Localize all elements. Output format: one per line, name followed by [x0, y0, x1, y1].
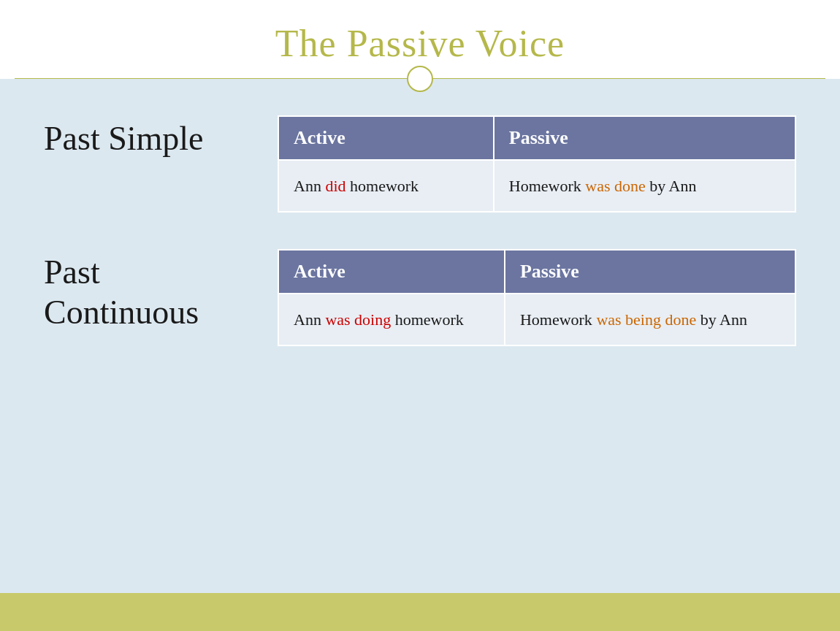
- past-simple-active-highlight: did: [325, 177, 345, 195]
- past-continuous-passive-cell: Homework was being done by Ann: [505, 294, 795, 345]
- past-simple-passive-cell: Homework was done by Ann: [494, 160, 795, 212]
- past-simple-passive-header: Passive: [494, 116, 795, 160]
- past-continuous-section: PastContinuous Active Passive Ann was do…: [44, 249, 796, 346]
- past-continuous-active-header: Active: [278, 250, 505, 294]
- main-content: Past Simple Active Passive Ann did homew…: [0, 79, 840, 593]
- page-title: The Passive Voice: [0, 22, 840, 65]
- header: The Passive Voice: [0, 0, 840, 79]
- past-simple-section: Past Simple Active Passive Ann did homew…: [44, 115, 796, 213]
- page: The Passive Voice Past Simple Active Pas…: [0, 0, 840, 631]
- past-simple-table: Active Passive Ann did homework Homework…: [278, 115, 796, 213]
- past-continuous-label: PastContinuous: [44, 249, 256, 332]
- bottom-bar: [0, 593, 840, 631]
- past-simple-row: Ann did homework Homework was done by An…: [278, 160, 795, 212]
- past-simple-label: Past Simple: [44, 115, 256, 158]
- past-continuous-row: Ann was doing homework Homework was bein…: [278, 294, 795, 345]
- past-continuous-table: Active Passive Ann was doing homework Ho…: [278, 249, 796, 346]
- circle-decoration: [407, 66, 433, 92]
- past-continuous-active-highlight: was doing: [325, 310, 391, 329]
- past-continuous-passive-highlight: was being done: [596, 310, 696, 329]
- past-continuous-passive-header: Passive: [505, 250, 795, 294]
- past-simple-active-header: Active: [278, 116, 494, 160]
- past-simple-active-cell: Ann did homework: [278, 160, 494, 212]
- past-simple-passive-highlight: was done: [585, 177, 645, 195]
- past-continuous-active-cell: Ann was doing homework: [278, 294, 505, 345]
